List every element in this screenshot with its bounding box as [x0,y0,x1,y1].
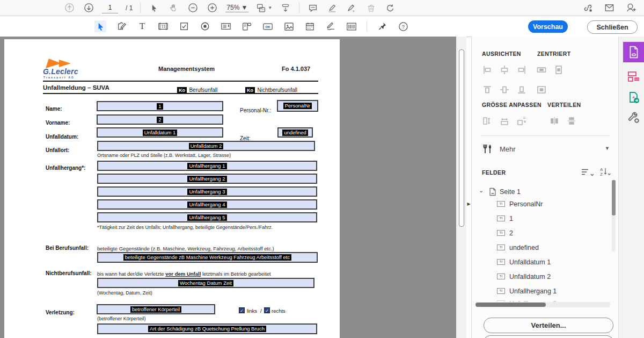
checkbox-links[interactable]: ✓ [239,307,245,313]
center-vertical-icon[interactable] [553,64,564,75]
select-tool-icon[interactable] [94,20,106,32]
more-tools-strip-icon[interactable] [623,109,644,127]
field-list-vertical-scrollbar-thumb[interactable] [612,180,616,215]
sort-order-icon[interactable] [581,168,594,176]
form-field-koerperteil[interactable]: betroffener Körperteil [97,304,215,314]
field-tag-unfallort[interactable]: Unfalldatum 2 [189,143,224,149]
field-list-item-unfalldatum1[interactable]: TI Unfalldatum 1 [472,257,610,268]
align-hcenter-icon[interactable] [499,64,510,75]
comment-icon[interactable] [307,2,319,14]
distribute-horizontal-icon[interactable] [549,116,560,126]
field-tag-unfallhergang-4[interactable]: Unfallhergang 4 [187,202,226,208]
match-height-icon[interactable] [482,116,493,126]
zoom-in-icon[interactable] [206,2,218,14]
field-list-item-undefined[interactable]: TI undefined [472,243,610,254]
signature-field-icon[interactable] [325,20,336,32]
field-tag-unfallhergang-2[interactable]: Unfallhergang 2 [187,176,226,182]
mehr-chevron-icon[interactable]: ▼ [605,146,610,151]
field-list-vertical-scrollbar[interactable] [612,180,616,252]
field-tag-koerperteil[interactable]: betroffener Körperteil [130,306,181,313]
share-link-icon[interactable] [582,2,594,14]
scrolling-mode-icon[interactable] [280,2,291,14]
field-tag-personalnr[interactable]: PersonalNr [283,103,312,109]
add-person-icon[interactable] [625,2,636,14]
document-scrollbar[interactable] [456,37,466,338]
field-list-item-unfalldatum2[interactable]: TI Unfalldatum 2 [472,272,610,283]
center-both-icon[interactable] [536,84,547,95]
field-tag-schaedigung[interactable]: Art der Schädigung zB Quetschung Prellun… [148,326,266,332]
field-tag-vorname[interactable]: 2 [157,117,163,123]
add-text-icon[interactable]: T [136,20,148,32]
highlighter-icon[interactable] [326,2,338,14]
prepare-form-icon[interactable] [623,42,644,62]
align-right-icon[interactable] [516,64,527,75]
form-field-unfallhergang-3[interactable]: Unfallhergang 3 [97,186,317,197]
select-icon[interactable] [148,2,160,14]
document-viewport[interactable]: G.Leclerc Transport AG Managementsystem … [0,37,456,338]
image-field-icon[interactable] [283,20,295,32]
page-display-icon[interactable]: ▼ [256,2,272,14]
checkbox-field-icon[interactable] [178,20,190,32]
hand-icon[interactable] [167,2,179,14]
field-tag-letzter-arbeitstag[interactable]: Wochentag Datum Zeit [178,280,233,286]
partial-bottom-button[interactable] [484,335,613,338]
undo-icon[interactable] [384,2,396,14]
zoom-level-dropdown[interactable]: 75% ▼ [225,4,248,12]
button-field-icon[interactable]: OK [262,20,274,32]
page-number-input[interactable] [102,3,118,13]
verteilen-button[interactable]: Verteilen... [484,318,613,333]
next-page-icon[interactable] [83,2,94,14]
pin-tool-icon[interactable] [376,20,388,32]
field-list-horizontal-scrollbar-thumb[interactable] [475,303,546,307]
distribute-vertical-icon[interactable] [566,116,577,126]
center-horizontal-icon[interactable] [536,64,547,75]
date-field-icon[interactable] [304,20,316,32]
align-bottom-icon[interactable] [516,84,527,95]
field-list-item-unfallhergang1[interactable]: TI Unfallhergang 1 [472,286,610,297]
form-field-vorname[interactable]: 2 [97,114,223,125]
form-field-gegenstaende[interactable]: beteiligte Gegenstände zB Maschine Werkz… [97,252,318,263]
match-both-icon[interactable] [516,116,527,126]
form-field-unfallhergang-2[interactable]: Unfallhergang 2 [97,174,317,184]
field-tag-zeit[interactable]: undefined [282,130,308,136]
form-field-letzter-arbeitstag[interactable]: Wochentag Datum Zeit [97,278,314,288]
barcode-field-icon[interactable] [346,20,357,32]
text-field-icon[interactable]: TI [157,20,169,32]
form-field-personalnr[interactable]: PersonalNr [277,100,318,112]
previous-page-icon[interactable] [63,2,75,14]
export-pdf-icon[interactable]: A [623,89,644,107]
email-icon[interactable] [603,2,615,14]
checkbox-rechts[interactable]: ✓ [264,307,270,313]
schliessen-button[interactable]: Schließen [587,20,638,34]
document-scrollbar-thumb[interactable] [459,49,464,227]
field-layout-icon[interactable] [623,68,644,86]
form-field-unfallhergang-1[interactable]: Unfallhergang 1 [97,161,317,171]
panel-collapse-handle[interactable]: ▶ [466,199,471,208]
fill-sign-icon[interactable] [346,2,357,14]
field-tag-unfallhergang-3[interactable]: Unfallhergang 3 [187,189,226,195]
form-field-name[interactable]: 1 [97,101,223,111]
match-width-icon[interactable] [499,116,510,126]
help-icon[interactable]: ? [397,20,409,32]
edit-fields-icon[interactable] [115,20,127,32]
field-tag-name[interactable]: 1 [157,103,163,110]
field-tag-gegenstaende[interactable]: beteiligte Gegenstände zB Maschine Werkz… [123,254,292,261]
form-field-unfallhergang-4[interactable]: Unfallhergang 4 [97,199,317,210]
dropdown-field-icon[interactable] [241,20,253,32]
field-list-item-2[interactable]: TI 2 [472,228,610,239]
field-tag-unfalldatum[interactable]: Unfalldatum 1 [143,130,178,136]
list-box-icon[interactable] [220,20,232,32]
form-field-unfallhergang-5[interactable]: Unfallhergang 5 [97,212,317,222]
zoom-out-icon[interactable] [187,2,199,14]
field-list-item-personalnr[interactable]: TI PersonalNr [472,199,610,210]
form-field-unfalldatum[interactable]: Unfalldatum 1 [97,127,223,138]
field-tag-unfallhergang-5[interactable]: Unfallhergang 5 [187,214,226,221]
align-middle-icon[interactable] [499,84,510,95]
form-field-schaedigung[interactable]: Art der Schädigung zB Quetschung Prellun… [97,323,317,334]
sort-alpha-icon[interactable]: AZ [599,167,611,176]
field-list-horizontal-scrollbar[interactable] [475,302,610,307]
align-left-icon[interactable] [482,64,493,75]
field-list-item-1[interactable]: TI 1 [472,214,610,225]
radio-field-icon[interactable] [199,20,211,32]
trash-icon[interactable] [365,2,377,14]
